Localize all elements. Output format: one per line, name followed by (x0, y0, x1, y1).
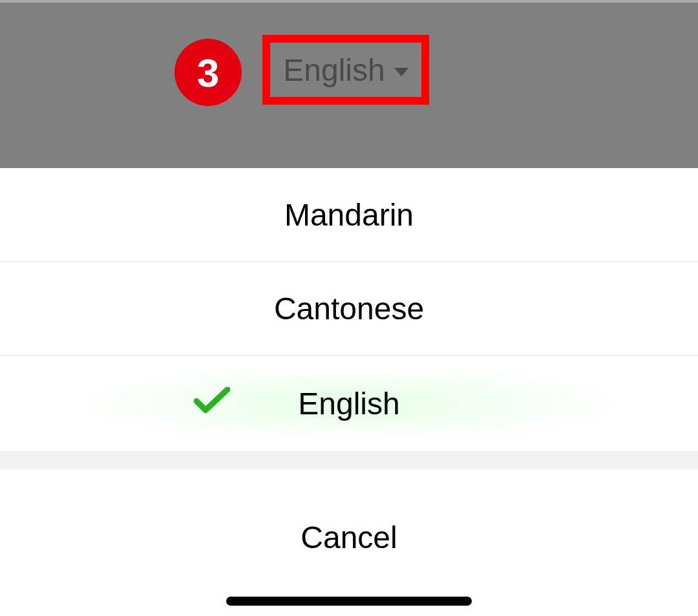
option-label: Cantonese (274, 291, 424, 326)
language-action-sheet: Mandarin Cantonese English Cancel (0, 168, 698, 605)
home-indicator[interactable] (226, 597, 472, 606)
option-mandarin[interactable]: Mandarin (0, 168, 698, 262)
option-cantonese[interactable]: Cantonese (0, 262, 698, 356)
annotation-highlight-box: English (262, 35, 429, 105)
option-english[interactable]: English (0, 356, 698, 451)
cancel-label: Cancel (301, 520, 397, 555)
step-badge: 3 (174, 39, 242, 106)
step-number: 3 (197, 50, 219, 96)
chevron-down-icon (394, 68, 408, 76)
option-label: Mandarin (284, 197, 414, 233)
sheet-separator (0, 451, 698, 469)
dimmed-overlay[interactable]: 3 English (0, 3, 698, 168)
checkmark-icon (194, 386, 230, 421)
option-label: English (298, 386, 399, 421)
language-dropdown-label: English (283, 52, 385, 88)
language-dropdown[interactable]: English (283, 52, 408, 88)
cancel-button[interactable]: Cancel (0, 469, 698, 605)
